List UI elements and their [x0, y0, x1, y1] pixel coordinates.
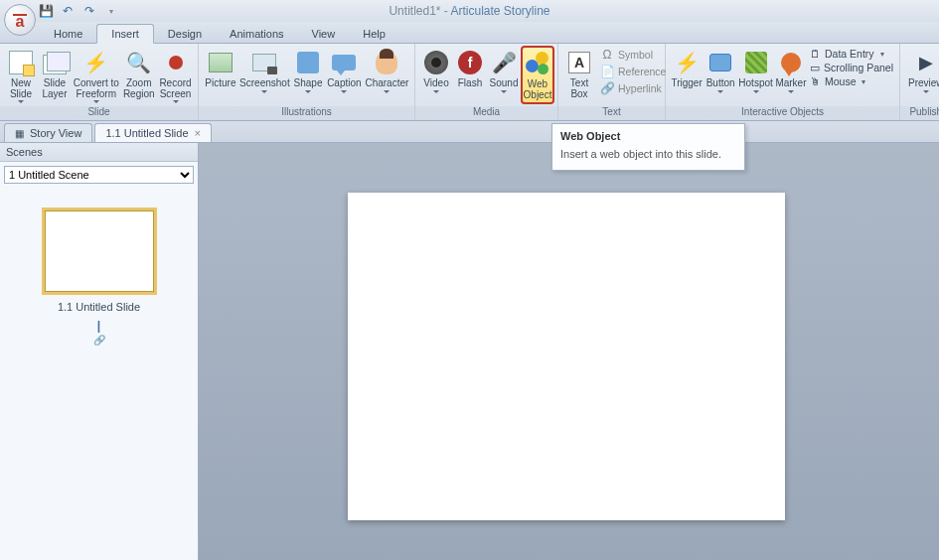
canvas-area[interactable]	[199, 143, 939, 560]
ribbon: New Slide Slide Layer ⚡Convert to Freefo…	[0, 44, 939, 121]
chevron-down-icon: ▾	[861, 77, 865, 86]
character-button[interactable]: Character	[364, 46, 410, 96]
flash-button[interactable]: fFlash	[453, 46, 487, 92]
scrolling-panel-label: Scrolling Panel	[824, 62, 893, 73]
sound-label: Sound	[490, 78, 519, 89]
group-slide: New Slide Slide Layer ⚡Convert to Freefo…	[0, 44, 199, 120]
quick-access-toolbar: 💾 ↶ ↷ ▾	[38, 3, 119, 19]
doctab-story-view[interactable]: ▦ Story View	[4, 123, 92, 142]
tooltip-title: Web Object	[560, 130, 736, 142]
tooltip-body: Insert a web object into this slide.	[560, 148, 736, 160]
caption-icon	[332, 55, 356, 70]
doctab-slide[interactable]: 1.1 Untitled Slide ×	[94, 123, 212, 142]
app-logo-letter: a	[16, 13, 25, 31]
slide-thumbnail[interactable]	[42, 208, 157, 295]
caption-button[interactable]: Caption	[325, 46, 364, 96]
lightning-icon: ⚡	[82, 49, 110, 76]
mouse-icon: 🖱	[810, 75, 821, 87]
scene-select[interactable]: 1 Untitled Scene	[4, 166, 194, 184]
web-object-button[interactable]: Web Object	[521, 46, 554, 104]
chevron-down-icon: ▾	[880, 50, 884, 59]
tab-insert[interactable]: Insert	[96, 24, 154, 44]
app-title: Articulate Storyline	[451, 4, 550, 18]
tab-animations[interactable]: Animations	[216, 25, 297, 43]
group-illustrations: Picture Screenshot Shape Caption Charact…	[199, 44, 415, 120]
group-publish-label: Publish	[900, 106, 939, 120]
sound-icon: 🎤	[490, 49, 518, 76]
ribbon-tab-row: Home Insert Design Animations View Help	[0, 22, 939, 44]
marker-button[interactable]: Marker	[774, 46, 808, 96]
zoom-region-button[interactable]: 🔍Zoom Region	[120, 46, 157, 102]
hyperlink-button: 🔗Hyperlink	[600, 81, 666, 95]
button-icon	[709, 54, 731, 71]
picture-icon	[209, 53, 233, 72]
data-entry-label: Data Entry	[825, 48, 874, 60]
data-entry-button[interactable]: 🗒Data Entry▾	[810, 48, 893, 60]
qat-dropdown-icon[interactable]: ▾	[103, 3, 119, 19]
redo-icon[interactable]: ↷	[81, 3, 97, 19]
slide-layer-button[interactable]: Slide Layer	[38, 46, 72, 102]
app-menu-button[interactable]: a	[4, 4, 36, 36]
shape-label: Shape	[294, 78, 323, 89]
group-interactive: ⚡Trigger Button Hotspot Marker 🗒Data Ent…	[666, 44, 900, 120]
text-small-buttons: ΩSymbol 📄Reference 🔗Hyperlink	[596, 46, 670, 97]
trigger-button[interactable]: ⚡Trigger	[670, 46, 704, 92]
text-box-icon: A	[568, 52, 590, 73]
convert-freeform-button[interactable]: ⚡Convert to Freeform	[72, 46, 120, 106]
preview-button[interactable]: ▶Preview	[904, 46, 939, 96]
tab-home[interactable]: Home	[40, 25, 96, 43]
mouse-button[interactable]: 🖱Mouse▾	[810, 75, 893, 87]
document-tabs: ▦ Story View 1.1 Untitled Slide ×	[0, 121, 939, 143]
scrolling-panel-button[interactable]: ▭Scrolling Panel	[810, 62, 893, 73]
text-box-label: Text Box	[570, 78, 588, 99]
marker-icon	[781, 53, 801, 72]
close-icon[interactable]: ×	[195, 127, 201, 139]
text-box-button[interactable]: AText Box	[562, 46, 596, 102]
caption-label: Caption	[327, 78, 361, 89]
magnifier-icon: 🔍	[125, 49, 153, 76]
video-icon	[424, 51, 448, 74]
screenshot-icon	[252, 54, 276, 71]
record-screen-button[interactable]: Record Screen	[157, 46, 194, 106]
tab-design[interactable]: Design	[154, 25, 216, 43]
undo-icon[interactable]: ↶	[60, 3, 76, 19]
hotspot-button[interactable]: Hotspot	[737, 46, 774, 96]
web-object-label: Web Object	[524, 79, 552, 100]
character-label: Character	[365, 78, 408, 89]
group-illustrations-label: Illustrations	[199, 106, 414, 120]
convert-label: Convert to Freeform	[74, 78, 119, 99]
group-slide-label: Slide	[0, 106, 198, 120]
hyperlink-label: Hyperlink	[618, 82, 662, 94]
slide-layer-icon	[43, 55, 67, 74]
save-icon[interactable]: 💾	[38, 3, 54, 19]
picture-button[interactable]: Picture	[203, 46, 238, 92]
trigger-label: Trigger	[671, 78, 702, 89]
tab-view[interactable]: View	[298, 25, 350, 43]
scenes-panel: Scenes 1 Untitled Scene 1.1 Untitled Sli…	[0, 143, 199, 560]
zoom-label: Zoom Region	[123, 78, 155, 99]
button-button[interactable]: Button	[704, 46, 737, 96]
slide-canvas[interactable]	[348, 193, 785, 520]
symbol-button: ΩSymbol	[600, 48, 666, 62]
workspace: Scenes 1 Untitled Scene 1.1 Untitled Sli…	[0, 143, 939, 560]
record-icon	[169, 56, 183, 70]
shape-icon	[297, 52, 319, 73]
sound-button[interactable]: 🎤Sound	[487, 46, 521, 96]
doctab-story-label: Story View	[30, 127, 81, 139]
story-view-icon: ▦	[15, 128, 24, 139]
video-button[interactable]: Video	[419, 46, 453, 96]
screenshot-button[interactable]: Screenshot	[238, 46, 291, 96]
slide-thumbnail-label: 1.1 Untitled Slide	[58, 301, 140, 313]
text-cursor-icon: |	[97, 319, 100, 333]
tooltip-web-object: Web Object Insert a web object into this…	[551, 123, 745, 171]
scene-select-wrap: 1 Untitled Scene	[4, 166, 194, 184]
marker-label: Marker	[775, 78, 806, 89]
flash-label: Flash	[458, 78, 482, 89]
shape-button[interactable]: Shape	[291, 46, 325, 96]
new-slide-icon	[9, 51, 33, 74]
window-title: Untitled1* - Articulate Storyline	[0, 4, 939, 18]
new-slide-label: New Slide	[10, 78, 32, 99]
group-media-label: Media	[415, 106, 557, 120]
tab-help[interactable]: Help	[349, 25, 399, 43]
new-slide-button[interactable]: New Slide	[4, 46, 38, 106]
